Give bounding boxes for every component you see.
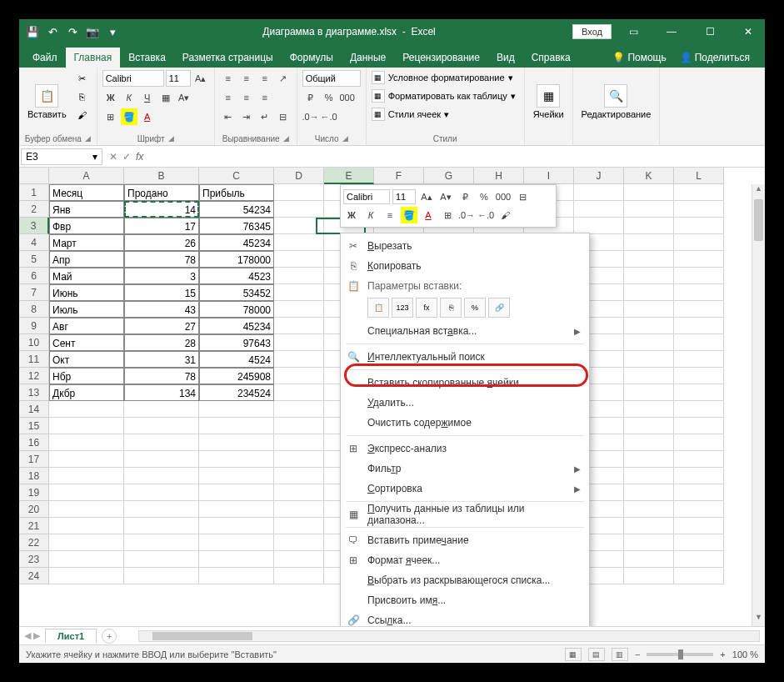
col-K[interactable]: K <box>624 168 674 184</box>
row-2[interactable]: 2 <box>19 201 49 218</box>
cells-button[interactable]: ▦Ячейки <box>530 70 567 133</box>
cond-format-button[interactable]: ▦Условное форматирование ▾ <box>372 70 519 85</box>
cell[interactable] <box>624 534 674 551</box>
cell[interactable] <box>674 268 724 284</box>
tab-file[interactable]: Файл <box>24 48 66 68</box>
mt-size-select[interactable] <box>392 189 416 204</box>
cell[interactable] <box>624 351 674 368</box>
tab-home[interactable]: Главная <box>66 48 121 68</box>
cell[interactable] <box>674 468 724 484</box>
cell[interactable]: Продано <box>124 184 199 201</box>
col-J[interactable]: J <box>574 168 624 184</box>
cell[interactable] <box>674 334 724 351</box>
dialog-launcher-icon[interactable]: ◢ <box>168 134 174 143</box>
italic-button[interactable]: К <box>121 89 137 106</box>
cell[interactable] <box>49 551 124 568</box>
spreadsheet-grid[interactable]: A B C D E F G H I J K L 1234567891011121… <box>19 168 765 626</box>
ctx-format-cells[interactable]: ⊞Формат ячеек... <box>341 550 589 570</box>
dialog-launcher-icon[interactable]: ◢ <box>283 134 289 143</box>
row-20[interactable]: 20 <box>19 501 49 518</box>
view-break-icon[interactable]: ▥ <box>612 648 628 661</box>
indent-dec-icon[interactable]: ⇤ <box>220 108 237 125</box>
cell[interactable] <box>674 518 724 534</box>
cell[interactable]: 4523 <box>199 268 274 284</box>
mt-italic[interactable]: К <box>362 207 379 223</box>
cell[interactable]: Сент <box>49 334 124 351</box>
row-22[interactable]: 22 <box>19 534 49 551</box>
cell[interactable] <box>674 501 724 518</box>
cell[interactable]: 76345 <box>199 218 274 234</box>
cell[interactable] <box>674 384 724 401</box>
paste-formulas-icon[interactable]: fx <box>416 298 437 318</box>
ctx-hyperlink[interactable]: 🔗Ссылка... <box>341 610 589 626</box>
col-C[interactable]: C <box>199 168 274 184</box>
cell[interactable] <box>124 468 199 484</box>
row-11[interactable]: 11 <box>19 351 49 368</box>
cell[interactable] <box>624 201 674 218</box>
cell[interactable] <box>574 201 624 218</box>
fx-icon[interactable]: fx <box>136 151 143 163</box>
cell[interactable] <box>624 468 674 484</box>
underline-button[interactable]: Ч <box>139 89 156 106</box>
cell[interactable] <box>674 351 724 368</box>
row-6[interactable]: 6 <box>19 268 49 284</box>
select-all-corner[interactable] <box>19 168 49 184</box>
cell[interactable] <box>274 468 324 484</box>
cell[interactable] <box>199 551 274 568</box>
format-table-button[interactable]: ▦Форматировать как таблицу ▾ <box>372 88 519 103</box>
fill-color-icon[interactable]: 🪣 <box>121 108 137 125</box>
cell[interactable]: Дкбр <box>49 384 124 401</box>
cell[interactable] <box>274 201 324 218</box>
cell[interactable] <box>274 184 324 201</box>
col-I[interactable]: I <box>524 168 574 184</box>
cell[interactable] <box>124 434 199 451</box>
mt-percent-icon[interactable]: % <box>476 188 492 205</box>
cell[interactable] <box>674 184 724 201</box>
cell[interactable]: Окт <box>49 351 124 368</box>
cell[interactable]: 53452 <box>199 284 274 301</box>
cell[interactable]: Прибыль <box>199 184 274 201</box>
align-center-icon[interactable]: ≡ <box>238 89 255 106</box>
paste-transpose-icon[interactable]: ⎘ <box>440 298 462 318</box>
cell[interactable] <box>274 384 324 401</box>
cell[interactable] <box>49 401 124 418</box>
dec-inc-icon[interactable]: .0→ <box>302 108 319 125</box>
dec-dec-icon[interactable]: ←.0 <box>321 108 337 125</box>
wrap-icon[interactable]: ↵ <box>257 108 273 125</box>
zoom-level[interactable]: 100 % <box>732 649 758 659</box>
merge-icon[interactable]: ⊟ <box>275 108 292 125</box>
col-F[interactable]: F <box>374 168 424 184</box>
row-1[interactable]: 1 <box>19 184 49 201</box>
cell[interactable] <box>124 401 199 418</box>
ctx-paste-special[interactable]: Специальная вставка...▶ <box>341 321 589 341</box>
cell[interactable] <box>199 468 274 484</box>
cell[interactable] <box>574 218 624 234</box>
cell[interactable] <box>274 334 324 351</box>
number-format-select[interactable] <box>302 70 361 87</box>
cell[interactable] <box>274 234 324 251</box>
row-15[interactable]: 15 <box>19 418 49 434</box>
cell[interactable] <box>624 184 674 201</box>
cell[interactable] <box>624 484 674 501</box>
cell[interactable]: Июль <box>49 301 124 318</box>
row-9[interactable]: 9 <box>19 318 49 334</box>
mt-fontcolor-icon[interactable]: A <box>420 207 437 223</box>
currency-icon[interactable]: ₽ <box>302 89 319 106</box>
cell[interactable]: 45234 <box>199 234 274 251</box>
cell[interactable] <box>274 451 324 468</box>
comma-icon[interactable]: 000 <box>339 89 356 106</box>
cell[interactable]: 15 <box>124 284 199 301</box>
cell[interactable] <box>674 534 724 551</box>
paste-formatting-icon[interactable]: % <box>464 298 486 318</box>
cell[interactable]: Июнь <box>49 284 124 301</box>
ctx-cut[interactable]: ✂Вырезать <box>341 236 589 256</box>
cell[interactable]: 245908 <box>199 368 274 384</box>
cell[interactable] <box>624 418 674 434</box>
cell[interactable] <box>199 418 274 434</box>
row-18[interactable]: 18 <box>19 468 49 484</box>
cell[interactable] <box>124 534 199 551</box>
cell[interactable] <box>674 451 724 468</box>
cell[interactable] <box>199 534 274 551</box>
mt-shrink-icon[interactable]: A▾ <box>437 188 454 205</box>
cell[interactable] <box>674 284 724 301</box>
